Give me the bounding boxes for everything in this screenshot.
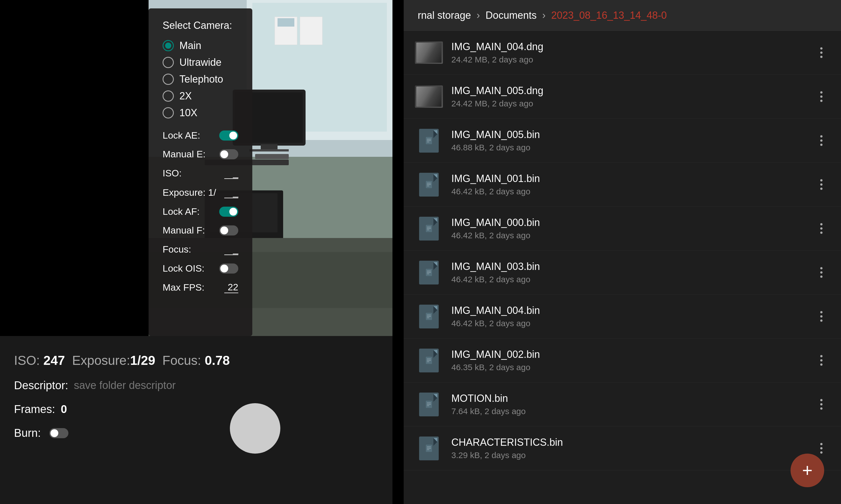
manual-e-toggle[interactable] xyxy=(219,149,238,159)
file-info: IMG_MAIN_005.dng 24.42 MB, 2 days ago xyxy=(451,85,805,108)
manual-f-toggle[interactable] xyxy=(219,226,238,235)
file-menu-button[interactable] xyxy=(813,176,830,193)
burn-row: Burn: xyxy=(14,427,378,439)
radio-ultrawide[interactable] xyxy=(162,57,174,68)
file-name: IMG_MAIN_004.dng xyxy=(451,41,805,53)
file-meta: 7.64 kB, 2 days ago xyxy=(451,407,805,416)
file-name: IMG_MAIN_004.bin xyxy=(451,305,805,317)
file-info: CHARACTERISTICS.bin 3.29 kB, 2 days ago xyxy=(451,436,805,460)
file-icon-doc xyxy=(419,217,439,240)
camera-option-main[interactable]: Main xyxy=(162,40,238,52)
file-manager: rnal storage › Documents › 2023_08_16_13… xyxy=(404,0,841,504)
lock-ois-toggle[interactable] xyxy=(219,264,238,273)
thumb-inner xyxy=(416,42,442,63)
svg-rect-12 xyxy=(255,154,289,159)
dot xyxy=(820,56,823,58)
max-fps-row: Max FPS: 22 xyxy=(162,282,238,293)
file-menu-button[interactable] xyxy=(813,440,830,457)
lock-af-knob xyxy=(229,208,237,216)
focus-row: Focus: _ xyxy=(162,244,238,255)
file-menu-button[interactable] xyxy=(813,264,830,281)
burn-toggle[interactable] xyxy=(49,428,68,438)
dot xyxy=(820,275,823,278)
file-menu-button[interactable] xyxy=(813,44,830,61)
file-name: IMG_MAIN_002.bin xyxy=(451,348,805,360)
list-item: IMG_MAIN_002.bin 46.35 kB, 2 days ago xyxy=(404,339,841,382)
radio-telephoto[interactable] xyxy=(162,74,174,85)
breadcrumb-folder[interactable]: 2023_08_16_13_14_48-0 xyxy=(551,10,667,21)
radio-main[interactable] xyxy=(162,40,174,51)
file-meta: 46.42 kB, 2 days ago xyxy=(451,319,805,328)
dot xyxy=(820,135,823,138)
file-icon-doc xyxy=(419,173,439,197)
file-info: IMG_MAIN_004.bin 46.42 kB, 2 days ago xyxy=(451,305,805,328)
file-menu-button[interactable] xyxy=(813,220,830,237)
file-meta: 46.42 kB, 2 days ago xyxy=(451,187,805,196)
dot xyxy=(820,447,823,449)
file-menu-button[interactable] xyxy=(813,396,830,413)
file-icon-wrapper xyxy=(415,258,443,286)
dot xyxy=(820,271,823,273)
file-icon-wrapper xyxy=(415,390,443,418)
document-icon xyxy=(425,268,433,277)
file-menu-button[interactable] xyxy=(813,88,830,105)
camera-option-2x[interactable]: 2X xyxy=(162,90,238,102)
camera-app: Select Camera: Main Ultrawide Telephoto … xyxy=(0,0,393,504)
dot xyxy=(820,179,823,181)
descriptor-input[interactable]: save folder descriptor xyxy=(74,379,175,392)
camera-option-ultrawide[interactable]: Ultrawide xyxy=(162,57,238,68)
descriptor-row: Descriptor: save folder descriptor xyxy=(14,379,378,392)
lock-af-toggle[interactable] xyxy=(219,206,238,217)
radio-2x[interactable] xyxy=(162,90,174,102)
lock-ae-row: Lock AE: xyxy=(162,130,238,141)
file-name: MOTION.bin xyxy=(451,393,805,404)
frames-label: Frames: xyxy=(14,403,55,415)
dot xyxy=(820,399,823,401)
document-icon xyxy=(425,137,433,145)
file-icon-doc xyxy=(419,393,439,416)
file-info: IMG_MAIN_002.bin 46.35 kB, 2 days ago xyxy=(451,348,805,372)
breadcrumb-internal-storage[interactable]: rnal storage xyxy=(418,10,471,21)
document-icon xyxy=(425,400,433,409)
file-meta: 46.42 kB, 2 days ago xyxy=(451,275,805,284)
dot xyxy=(820,359,823,361)
camera-radio-group: Main Ultrawide Telephoto 2X 10X xyxy=(162,40,238,119)
capture-button[interactable] xyxy=(230,403,280,454)
dot xyxy=(820,144,823,146)
list-item: IMG_MAIN_001.bin 46.42 kB, 2 days ago xyxy=(404,163,841,206)
dot xyxy=(820,408,823,410)
select-camera-label: Select Camera: xyxy=(162,20,238,31)
dot xyxy=(820,320,823,322)
lock-ae-knob xyxy=(229,131,237,140)
focus-status-label: Focus: xyxy=(162,353,201,367)
file-thumbnail xyxy=(415,41,443,64)
descriptor-label: Descriptor: xyxy=(14,379,68,392)
frames-value: 0 xyxy=(61,403,67,415)
dot xyxy=(820,140,823,142)
file-menu-button[interactable] xyxy=(813,132,830,149)
iso-row: ISO: _ xyxy=(162,167,238,179)
breadcrumb-sep-1: › xyxy=(477,10,480,21)
file-menu-button[interactable] xyxy=(813,352,830,369)
dot xyxy=(820,443,823,445)
radio-10x[interactable] xyxy=(162,107,174,119)
add-fab-button[interactable]: + xyxy=(791,454,824,487)
file-info: MOTION.bin 7.64 kB, 2 days ago xyxy=(451,393,805,416)
file-menu-button[interactable] xyxy=(813,308,830,325)
manual-e-row: Manual E: xyxy=(162,149,238,160)
burn-label: Burn: xyxy=(14,427,41,439)
dot xyxy=(820,187,823,190)
file-meta: 3.29 kB, 2 days ago xyxy=(451,451,805,460)
breadcrumb-documents[interactable]: Documents xyxy=(485,10,536,21)
camera-option-telephoto[interactable]: Telephoto xyxy=(162,73,238,85)
file-thumbnail xyxy=(415,85,443,108)
lock-ae-toggle[interactable] xyxy=(219,130,238,141)
lock-af-row: Lock AF: xyxy=(162,206,238,217)
exposure-value: _ xyxy=(224,187,238,198)
list-item: IMG_MAIN_003.bin 46.42 kB, 2 days ago xyxy=(404,251,841,294)
dot xyxy=(820,451,823,454)
dot xyxy=(820,403,823,406)
dot xyxy=(820,91,823,93)
camera-option-10x[interactable]: 10X xyxy=(162,107,238,119)
file-thumbnail-wrapper xyxy=(415,39,443,67)
